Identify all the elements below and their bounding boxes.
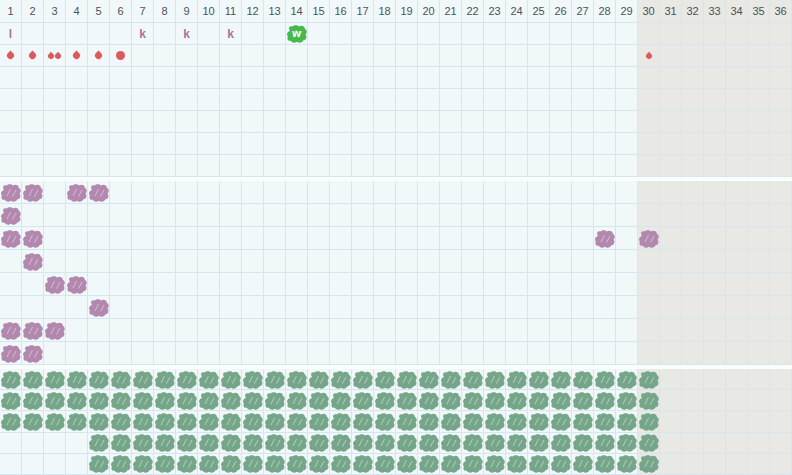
day-cell[interactable]	[726, 155, 748, 177]
day-cell[interactable]	[0, 133, 22, 155]
day-cell[interactable]	[88, 155, 110, 177]
day-cell[interactable]	[572, 433, 594, 454]
day-cell[interactable]	[220, 89, 242, 111]
day-cell[interactable]	[242, 390, 264, 411]
day-cell[interactable]	[616, 227, 638, 250]
day-cell[interactable]	[110, 296, 132, 319]
day-cell[interactable]	[0, 111, 22, 133]
day-cell[interactable]	[110, 250, 132, 273]
day-cell[interactable]	[572, 390, 594, 411]
day-cell[interactable]	[770, 181, 792, 204]
day-cell[interactable]	[572, 23, 594, 45]
day-cell[interactable]	[22, 319, 44, 342]
day-cell[interactable]	[308, 67, 330, 89]
day-cell[interactable]	[484, 23, 506, 45]
day-cell[interactable]	[528, 273, 550, 296]
day-cell[interactable]	[0, 155, 22, 177]
day-cell[interactable]	[550, 369, 572, 390]
day-cell[interactable]	[198, 433, 220, 454]
day-cell[interactable]	[748, 155, 770, 177]
day-cell[interactable]	[704, 273, 726, 296]
day-cell[interactable]	[748, 296, 770, 319]
day-cell[interactable]	[374, 390, 396, 411]
day-cell[interactable]	[660, 250, 682, 273]
day-cell[interactable]	[682, 250, 704, 273]
day-cell[interactable]	[286, 89, 308, 111]
day-cell[interactable]	[176, 155, 198, 177]
day-cell[interactable]	[484, 250, 506, 273]
day-cell[interactable]	[0, 433, 22, 454]
day-cell[interactable]	[528, 454, 550, 475]
day-cell[interactable]	[484, 273, 506, 296]
day-cell[interactable]	[66, 369, 88, 390]
day-cell[interactable]	[330, 111, 352, 133]
day-cell[interactable]	[330, 45, 352, 67]
day-cell[interactable]	[374, 89, 396, 111]
day-cell[interactable]	[484, 204, 506, 227]
day-cell[interactable]	[726, 454, 748, 475]
day-cell[interactable]	[110, 181, 132, 204]
day-cell[interactable]	[88, 369, 110, 390]
day-cell[interactable]	[242, 319, 264, 342]
day-cell[interactable]	[88, 23, 110, 45]
day-cell[interactable]	[242, 111, 264, 133]
day-cell[interactable]	[66, 204, 88, 227]
day-cell[interactable]	[440, 390, 462, 411]
day-cell[interactable]: l	[0, 23, 22, 45]
day-cell[interactable]	[594, 250, 616, 273]
day-cell[interactable]	[22, 390, 44, 411]
day-cell[interactable]	[638, 155, 660, 177]
day-cell[interactable]	[616, 273, 638, 296]
day-cell[interactable]	[572, 204, 594, 227]
day-cell[interactable]	[638, 319, 660, 342]
day-cell[interactable]	[484, 454, 506, 475]
day-cell[interactable]	[242, 45, 264, 67]
day-cell[interactable]	[44, 454, 66, 475]
day-cell[interactable]	[594, 454, 616, 475]
day-cell[interactable]	[132, 390, 154, 411]
day-cell[interactable]	[242, 67, 264, 89]
day-cell[interactable]	[682, 454, 704, 475]
day-cell[interactable]	[132, 89, 154, 111]
day-cell[interactable]	[0, 411, 22, 432]
day-cell[interactable]	[176, 319, 198, 342]
day-cell[interactable]	[770, 45, 792, 67]
day-cell[interactable]	[352, 411, 374, 432]
day-cell[interactable]	[88, 89, 110, 111]
day-cell[interactable]	[22, 227, 44, 250]
day-cell[interactable]	[88, 342, 110, 365]
day-cell[interactable]	[726, 111, 748, 133]
day-cell[interactable]	[352, 45, 374, 67]
day-cell[interactable]	[638, 433, 660, 454]
day-cell[interactable]	[418, 390, 440, 411]
day-cell[interactable]	[704, 454, 726, 475]
day-cell[interactable]	[704, 204, 726, 227]
day-cell[interactable]	[594, 133, 616, 155]
day-cell[interactable]	[418, 89, 440, 111]
day-cell[interactable]	[110, 454, 132, 475]
day-cell[interactable]	[220, 133, 242, 155]
day-cell[interactable]	[682, 111, 704, 133]
day-cell[interactable]	[660, 454, 682, 475]
day-cell[interactable]	[132, 273, 154, 296]
day-cell[interactable]	[594, 411, 616, 432]
day-cell[interactable]	[638, 204, 660, 227]
day-cell[interactable]	[176, 204, 198, 227]
day-cell[interactable]	[308, 155, 330, 177]
day-cell[interactable]	[462, 111, 484, 133]
day-cell[interactable]	[220, 227, 242, 250]
day-cell[interactable]	[374, 227, 396, 250]
day-cell[interactable]	[242, 296, 264, 319]
day-cell[interactable]	[550, 155, 572, 177]
day-cell[interactable]	[462, 319, 484, 342]
day-cell[interactable]	[154, 111, 176, 133]
day-cell[interactable]	[374, 319, 396, 342]
day-cell[interactable]	[396, 250, 418, 273]
day-cell[interactable]	[462, 23, 484, 45]
day-cell[interactable]	[44, 369, 66, 390]
day-cell[interactable]	[616, 342, 638, 365]
day-cell[interactable]	[22, 204, 44, 227]
day-cell[interactable]	[528, 23, 550, 45]
day-cell[interactable]	[22, 369, 44, 390]
day-cell[interactable]	[594, 23, 616, 45]
